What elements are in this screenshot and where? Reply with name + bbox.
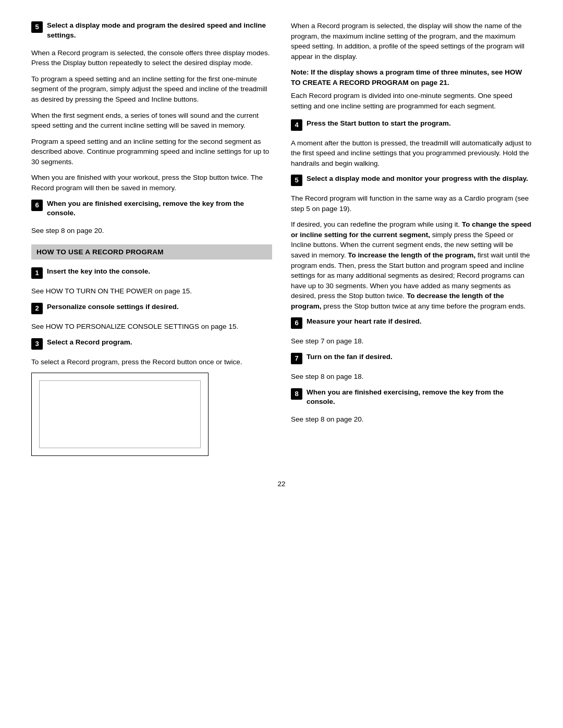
right-step-4-num: 4: [291, 119, 302, 131]
record-step-2-num: 2: [31, 302, 43, 314]
right-step-7-block: 7 Turn on the fan if desired.: [291, 352, 532, 364]
left-step-6-heading: When you are finished exercising, remove…: [47, 199, 272, 219]
left-step-6-para1: See step 8 on page 20.: [31, 226, 272, 236]
right-step-5-para2-bold2: To increase the length of the program,: [348, 251, 475, 259]
left-step-5-block: 5 Select a display mode and program the …: [31, 21, 272, 41]
record-step-1-heading: Insert the key into the console.: [47, 267, 272, 277]
record-step-3-content: Select a Record program.: [47, 338, 272, 350]
record-step-1-block: 1 Insert the key into the console.: [31, 267, 272, 279]
left-step-5-content: Select a display mode and program the de…: [47, 21, 272, 41]
left-step-5-para2: To program a speed setting and an inclin…: [31, 74, 272, 105]
record-step-2-para1: See HOW TO PERSONALIZE CONSOLE SETTINGS …: [31, 322, 272, 332]
note-block: Note: If the display shows a program tim…: [291, 67, 532, 111]
right-step-4-block: 4 Press the Start button to start the pr…: [291, 119, 532, 131]
right-step-6-block: 6 Measure your heart rate if desired.: [291, 317, 532, 329]
section-header: HOW TO USE A RECORD PROGRAM: [31, 244, 272, 260]
right-step-5-para2-part1: If desired, you can redefine the program…: [291, 220, 462, 228]
right-step-5-heading: Select a display mode and monitor your p…: [307, 174, 532, 184]
right-step-5-para2: If desired, you can redefine the program…: [291, 219, 532, 311]
left-step-6-num: 6: [31, 199, 43, 219]
image-inner: [39, 380, 201, 448]
record-step-1-content: Insert the key into the console.: [47, 267, 272, 279]
left-step-6-content: When you are finished exercising, remove…: [47, 199, 272, 219]
left-step-5-heading: Select a display mode and program the de…: [47, 21, 272, 41]
right-step-8-para1: See step 8 on page 20.: [291, 414, 532, 425]
note-para1: Each Record program is divided into one-…: [291, 91, 532, 111]
right-step-5-block: 5 Select a display mode and monitor your…: [291, 174, 532, 186]
note-heading: Note: If the display shows a program tim…: [291, 67, 532, 88]
right-step-5-content: Select a display mode and monitor your p…: [307, 174, 532, 186]
left-step-5-para3: When the first segment ends, a series of…: [31, 110, 272, 131]
right-step-7-para1: See step 8 on page 18.: [291, 372, 532, 382]
right-step-8-block: 8 When you are finished exercising, remo…: [291, 388, 532, 408]
right-step-5-para1: The Record program will function in the …: [291, 193, 532, 214]
record-step-1-para1: See HOW TO TURN ON THE POWER on page 15.: [31, 286, 272, 297]
page: 5 Select a display mode and program the …: [0, 0, 563, 728]
left-step-6-block: 6 When you are finished exercising, remo…: [31, 199, 272, 219]
right-step-8-num: 8: [291, 388, 302, 408]
record-step-3-heading: Select a Record program.: [47, 338, 272, 348]
record-step-3-num: 3: [31, 338, 43, 350]
right-step-5-para2-part4: press the Stop button twice at any time …: [322, 302, 526, 310]
left-step-5-para5: When you are finished with your workout,…: [31, 172, 272, 193]
record-step-2-content: Personalize console settings if desired.: [47, 302, 272, 314]
two-column-layout: 5 Select a display mode and program the …: [31, 21, 532, 463]
record-program-image: [31, 373, 209, 456]
right-step-6-para1: See step 7 on page 18.: [291, 336, 532, 347]
right-step-4-content: Press the Start button to start the prog…: [307, 119, 532, 131]
right-step-7-heading: Turn on the fan if desired.: [307, 352, 532, 362]
right-step-4-para1: A moment after the button is pressed, th…: [291, 138, 532, 169]
right-step-7-content: Turn on the fan if desired.: [307, 352, 532, 364]
right-step-8-content: When you are finished exercising, remove…: [307, 388, 532, 408]
left-step-5-para1: When a Record program is selected, the c…: [31, 48, 272, 68]
record-step-3-para1: To select a Record program, press the Re…: [31, 357, 272, 367]
right-step-5-num: 5: [291, 174, 302, 186]
right-intro-para: When a Record program is selected, the d…: [291, 21, 532, 61]
left-column: 5 Select a display mode and program the …: [31, 21, 272, 463]
right-step-6-content: Measure your heart rate if desired.: [307, 317, 532, 329]
right-step-6-num: 6: [291, 317, 302, 329]
record-step-2-block: 2 Personalize console settings if desire…: [31, 302, 272, 314]
left-step-5-num: 5: [31, 21, 43, 41]
right-column: When a Record program is selected, the d…: [291, 21, 532, 463]
right-step-8-heading: When you are finished exercising, remove…: [307, 388, 532, 408]
right-step-6-heading: Measure your heart rate if desired.: [307, 317, 532, 327]
record-step-3-block: 3 Select a Record program.: [31, 338, 272, 350]
left-step-5-para4: Program a speed setting and an incline s…: [31, 137, 272, 167]
right-step-4-heading: Press the Start button to start the prog…: [307, 119, 532, 129]
record-step-2-heading: Personalize console settings if desired.: [47, 302, 272, 312]
right-step-7-num: 7: [291, 352, 302, 364]
record-step-1-num: 1: [31, 267, 43, 279]
page-number: 22: [31, 479, 532, 489]
